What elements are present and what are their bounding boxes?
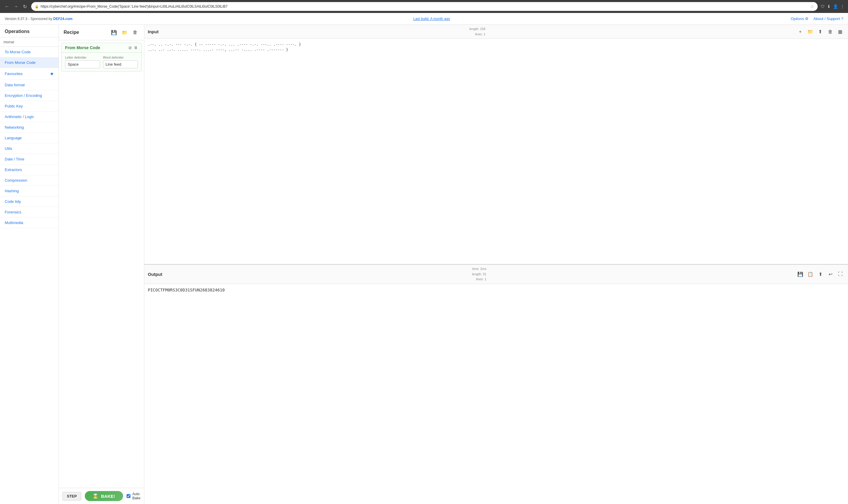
sidebar-item-hashing[interactable]: Hashing: [0, 186, 59, 196]
recipe-title: Recipe: [64, 30, 79, 35]
expand-output-button[interactable]: ⛶: [836, 270, 845, 278]
input-panel: Input length: 158 lines: 1 + 📁 ⬆ 🗑 ▦ .--…: [144, 25, 848, 265]
browser-actions: 🛡 ⬇ 👤 ⋮: [820, 4, 845, 9]
output-time-value: 2ms: [480, 267, 486, 271]
auto-bake-wrap: Auto Bake: [127, 492, 141, 500]
bookmark-icon[interactable]: ☆: [810, 4, 814, 9]
sidebar-item-favourites[interactable]: Favourites ★: [0, 68, 59, 80]
layout-input-button[interactable]: ▦: [836, 28, 845, 36]
star-icon: ★: [50, 71, 54, 76]
output-panel: Output time: 2ms length: 31 lines: 1 💾 📋…: [144, 265, 848, 504]
input-content: .--. .. -.-. --- -.-. { -- ----- -.-. ..…: [148, 42, 845, 47]
input-body[interactable]: .--. .. -.-. --- -.-. { -- ----- -.-. ..…: [144, 39, 848, 264]
menu-icon[interactable]: ⋮: [840, 4, 845, 9]
output-title: Output: [148, 272, 162, 277]
back-button[interactable]: ←: [3, 3, 11, 10]
auto-bake-checkbox[interactable]: [127, 494, 130, 498]
sidebar-item-label: Date / Time: [5, 157, 24, 161]
sidebar-item-extractors[interactable]: Extractors: [0, 165, 59, 175]
letter-delimiter-select[interactable]: Space: [65, 60, 100, 68]
input-length-value: 158: [480, 27, 485, 31]
clear-recipe-button[interactable]: 🗑: [131, 28, 139, 36]
profile-icon[interactable]: 👤: [833, 4, 838, 9]
clear-input-button[interactable]: 🗑: [826, 28, 834, 36]
sidebar: Operations To Morse Code From Morse Code…: [0, 25, 59, 504]
download-icon[interactable]: ⬇: [827, 4, 831, 9]
question-icon: ?: [841, 17, 843, 21]
open-recipe-button[interactable]: 📁: [121, 28, 129, 36]
build-link[interactable]: Last build: A month ago: [413, 17, 450, 21]
recipe-step-header: From Morse Code ⊘ ⏸: [61, 43, 141, 53]
output-length-label: length:: [472, 272, 482, 276]
sidebar-item-data-format[interactable]: Data format: [0, 80, 59, 90]
address-bar[interactable]: 🔒 https://cyberchef.org/#recipe=From_Mor…: [31, 2, 818, 11]
sidebar-item-label: Extractors: [5, 167, 22, 172]
refresh-button[interactable]: ↻: [21, 3, 28, 10]
recipe-step-body: Letter delimiter Space Word delimiter Li…: [61, 53, 141, 71]
topbar-right: Options ⚙ About / Support ?: [791, 17, 843, 21]
sidebar-item-label: To Morse Code: [5, 50, 31, 54]
output-header: Output time: 2ms length: 31 lines: 1 💾 📋…: [144, 265, 848, 284]
sidebar-item-label: Favourites: [5, 72, 23, 76]
sidebar-item-utils[interactable]: Utils: [0, 143, 59, 154]
browser-chrome: ← → ↻ 🔒 https://cyberchef.org/#recipe=Fr…: [0, 0, 848, 13]
output-content: PICOCTFM0RS3C0D31SFUN2683824610: [148, 288, 225, 292]
undo-output-button[interactable]: ↩: [826, 270, 834, 278]
sidebar-item-public-key[interactable]: Public Key: [0, 101, 59, 112]
app-topbar: Version 9.37.3 - Sponsored by DEF24.com …: [0, 13, 848, 25]
options-label: Options: [791, 17, 804, 21]
recipe-step-controls: ⊘ ⏸: [128, 45, 138, 50]
output-body: PICOCTFM0RS3C0D31SFUN2683824610: [144, 284, 848, 504]
nav-buttons: ← → ↻: [3, 3, 28, 10]
sidebar-item-from-morse[interactable]: From Morse Code: [0, 57, 59, 68]
bake-label: BAKE!: [101, 494, 115, 499]
sidebar-item-label: Data format: [5, 83, 25, 87]
sidebar-item-arithmetic[interactable]: Arithmetic / Logic: [0, 112, 59, 122]
sidebar-item-label: Public Key: [5, 104, 23, 108]
sponsor-link[interactable]: DEF24.com: [53, 17, 72, 21]
recipe-footer: STEP 👨‍🍳 BAKE! Auto Bake: [59, 488, 144, 504]
copy-output-button[interactable]: 📋: [806, 270, 814, 278]
input-length-label: length:: [469, 27, 479, 31]
add-input-button[interactable]: +: [796, 28, 805, 36]
build-text: Last build: A month ago: [413, 17, 450, 21]
lock-icon: 🔒: [35, 5, 39, 8]
step-button[interactable]: STEP: [62, 492, 81, 501]
output-lines-label: lines:: [476, 277, 484, 281]
export-output-button[interactable]: ⬆: [816, 270, 825, 278]
sidebar-item-encryption[interactable]: Encryption / Encoding: [0, 90, 59, 101]
about-button[interactable]: About / Support ?: [813, 17, 843, 21]
sidebar-item-label: Multimedia: [5, 220, 23, 225]
save-recipe-button[interactable]: 💾: [110, 28, 118, 36]
version-text: Version 9.37.3 - Sponsored by DEF24.com: [5, 17, 72, 21]
disable-step-button[interactable]: ⊘: [128, 45, 132, 50]
sidebar-item-multimedia[interactable]: Multimedia: [0, 218, 59, 228]
bake-button[interactable]: 👨‍🍳 BAKE!: [85, 491, 123, 501]
sidebar-item-language[interactable]: Language: [0, 133, 59, 143]
sidebar-item-compression[interactable]: Compression: [0, 175, 59, 186]
sidebar-item-label: Forensics: [5, 210, 21, 214]
pause-step-button[interactable]: ⏸: [134, 45, 138, 50]
bake-icon: 👨‍🍳: [93, 493, 98, 499]
upload-input-button[interactable]: ⬆: [816, 28, 825, 36]
gear-icon: ⚙: [805, 17, 809, 21]
extension-icon[interactable]: 🛡: [820, 4, 825, 9]
word-delimiter-select[interactable]: Line feed: [103, 60, 138, 68]
search-input[interactable]: [0, 37, 59, 47]
open-input-button[interactable]: 📁: [806, 28, 814, 36]
sidebar-item-datetime[interactable]: Date / Time: [0, 154, 59, 165]
sidebar-item-to-morse[interactable]: To Morse Code: [0, 47, 59, 57]
sidebar-item-networking[interactable]: Networking: [0, 122, 59, 133]
save-output-button[interactable]: 💾: [796, 270, 805, 278]
about-label: About / Support: [813, 17, 840, 21]
recipe-actions: 💾 📁 🗑: [110, 28, 139, 36]
output-length-value: 31: [483, 272, 486, 276]
sidebar-item-forensics[interactable]: Forensics: [0, 207, 59, 218]
forward-button[interactable]: →: [12, 3, 19, 10]
sidebar-item-code-tidy[interactable]: Code tidy: [0, 196, 59, 207]
sidebar-item-label: Utils: [5, 146, 12, 151]
sidebar-title: Operations: [0, 25, 59, 37]
word-delimiter-group: Word delimiter Line feed: [103, 56, 138, 68]
options-button[interactable]: Options ⚙: [791, 17, 809, 21]
letter-delimiter-label: Letter delimiter: [65, 56, 100, 59]
